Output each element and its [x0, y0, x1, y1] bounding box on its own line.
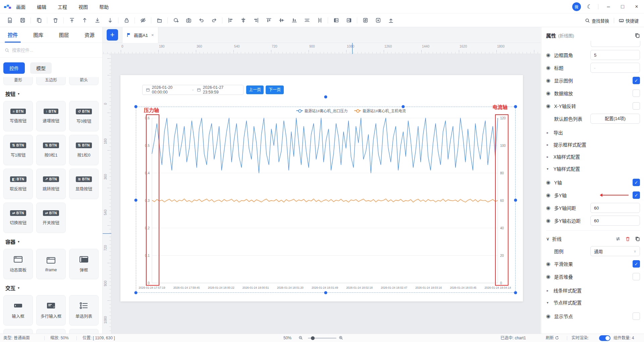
distribute-h-icon[interactable]: [302, 15, 312, 25]
line-chart-widget[interactable]: 0.61200.51000.4800.3600.2400.120002026-0…: [136, 107, 516, 293]
section-x-axis-style[interactable]: ▸X轴样式配置: [547, 153, 640, 160]
y-axis-checkbox[interactable]: [633, 179, 640, 186]
tab-layers[interactable]: 图层: [51, 27, 77, 43]
save-icon[interactable]: [17, 15, 28, 25]
move-up-icon[interactable]: [79, 15, 90, 25]
multi-y-gap-input[interactable]: [590, 203, 640, 213]
artboard[interactable]: 2026-01-20 00:00:00 - 2026-01-27 23:59:5…: [120, 75, 523, 301]
align-right-icon[interactable]: [251, 15, 261, 25]
legend-type-select[interactable]: 通用∨: [590, 246, 640, 256]
smooth-checkbox[interactable]: [633, 260, 640, 268]
section-node-style[interactable]: ▾节点样式配置: [547, 299, 640, 306]
control-card-switch[interactable]: ⇌BTN切换按钮: [3, 203, 33, 233]
control-card-write1[interactable]: ⇅BTN写1按钮: [3, 135, 33, 165]
menu-screen[interactable]: 画面: [16, 3, 25, 10]
minimize-button[interactable]: –: [604, 4, 612, 10]
zoom-in-icon[interactable]: [339, 334, 343, 342]
copy-series-icon[interactable]: [635, 236, 640, 241]
selection-handle[interactable]: [135, 291, 138, 294]
section-export[interactable]: ▸导出: [547, 129, 640, 136]
zoom-out-icon[interactable]: [299, 334, 303, 342]
add-node-icon[interactable]: [170, 15, 181, 25]
close-button[interactable]: ×: [633, 4, 641, 10]
swap-series-icon[interactable]: [615, 236, 621, 241]
control-card-arrow[interactable]: 箭头: [69, 77, 99, 85]
control-card-input[interactable]: 输入框: [3, 295, 33, 326]
menu-project[interactable]: 工程: [58, 3, 67, 10]
multi-y-checkbox[interactable]: [633, 191, 640, 199]
lock-icon[interactable]: [121, 15, 132, 25]
control-card-increment[interactable]: ↑BTN递增按钮: [36, 101, 66, 131]
border-radius-input[interactable]: [590, 50, 640, 60]
record-icon[interactable]: [373, 15, 383, 25]
tab-controls[interactable]: 控件: [0, 27, 25, 43]
selection-handle[interactable]: [135, 105, 138, 108]
control-card-press1-release0[interactable]: ⇅BTN按1松0: [69, 135, 99, 165]
clipped-input[interactable]: [591, 41, 640, 47]
section-tooltip-style[interactable]: ▸提示框样式配置: [547, 141, 640, 148]
section-y-axis-style[interactable]: ▾Y轴样式配置: [547, 165, 640, 172]
section-interaction[interactable]: 交互▾: [5, 284, 99, 291]
menu-edit[interactable]: 编辑: [37, 3, 46, 10]
redo-icon[interactable]: [209, 15, 219, 25]
control-card-press0-release1[interactable]: ⇅BTN按0松1: [36, 135, 66, 165]
control-card-iframe[interactable]: iframe: [36, 249, 66, 279]
prev-page-button[interactable]: 上一页: [246, 86, 264, 94]
search-input[interactable]: [12, 48, 79, 53]
title-input[interactable]: [590, 63, 640, 73]
tab-resources[interactable]: 资源: [77, 27, 102, 43]
add-screen-button[interactable]: +: [107, 29, 118, 41]
publish-icon[interactable]: [385, 15, 396, 25]
control-search[interactable]: [0, 43, 102, 58]
dark-mode-icon[interactable]: ☾: [587, 4, 592, 10]
control-card-diamond[interactable]: 菱形: [3, 77, 33, 85]
default-colors-button[interactable]: 配置(14项): [590, 114, 640, 124]
user-badge[interactable]: 微: [572, 2, 581, 11]
selection-handle[interactable]: [402, 105, 405, 108]
undo-icon[interactable]: [196, 15, 207, 25]
data-zoom-checkbox[interactable]: [633, 90, 640, 97]
selection-handle[interactable]: [324, 291, 327, 294]
copy-icon[interactable]: [34, 15, 44, 25]
screenshot-icon[interactable]: [183, 15, 194, 25]
xy-invert-checkbox[interactable]: [633, 102, 640, 110]
tab-gallery[interactable]: 图库: [25, 27, 51, 43]
control-card-textarea[interactable]: 多行输入框: [36, 295, 66, 326]
mode-models-button[interactable]: 模型: [30, 62, 52, 74]
menu-help[interactable]: 帮助: [99, 3, 109, 10]
control-card-partial[interactable]: [3, 329, 33, 334]
align-bottom-icon[interactable]: [289, 15, 300, 25]
bring-front-icon[interactable]: [66, 15, 77, 25]
move-down-icon[interactable]: [105, 15, 115, 25]
control-card-partial[interactable]: [69, 329, 99, 334]
control-card-write-value[interactable]: ≡BTN写值按钮: [3, 101, 33, 131]
multi-y-right-input[interactable]: [590, 216, 640, 226]
section-line[interactable]: ∨ 折线: [546, 230, 640, 242]
close-tab-icon[interactable]: ×: [151, 33, 154, 38]
legend-current[interactable]: 能源站1#离心机_主机电流: [354, 108, 406, 113]
date-range-widget[interactable]: 2026-01-20 00:00:00 - 2026-01-27 23:59:5…: [142, 85, 244, 95]
control-card-jump[interactable]: ↗BTN跳转按钮: [36, 169, 66, 199]
control-card-invert[interactable]: ◧BTN取反按钮: [3, 169, 33, 199]
next-page-button[interactable]: 下一页: [266, 86, 284, 94]
zoom-slider-knob[interactable]: [311, 336, 315, 340]
legend-pressure[interactable]: 能源站1#离心机_出口压力: [296, 108, 347, 113]
find-replace-button[interactable]: 查找替换: [585, 17, 609, 24]
control-card-pentagon[interactable]: 五边形: [36, 77, 66, 85]
selection-handle[interactable]: [514, 199, 517, 202]
section-buttons[interactable]: 按钮▾: [5, 90, 99, 97]
delete-icon[interactable]: [50, 15, 61, 25]
control-card-write0[interactable]: ↺BTN写0按钮: [69, 101, 99, 131]
align-center-h-icon[interactable]: [238, 15, 249, 25]
refresh-button[interactable]: 刷新: [546, 334, 559, 342]
stacked-checkbox[interactable]: [633, 273, 640, 280]
selection-handle[interactable]: [514, 291, 517, 294]
selection-handle[interactable]: [135, 199, 138, 202]
realtime-toggle[interactable]: [599, 335, 610, 341]
control-card-modal[interactable]: 弹框: [69, 249, 99, 279]
section-containers[interactable]: 容器▾: [5, 238, 99, 245]
panel-left-icon[interactable]: [331, 15, 341, 25]
panel-copy-icon[interactable]: [635, 33, 640, 38]
shortcuts-button[interactable]: 快捷键: [619, 17, 639, 24]
control-card-toggle[interactable]: ⇌BTN开关按钮: [36, 203, 66, 233]
